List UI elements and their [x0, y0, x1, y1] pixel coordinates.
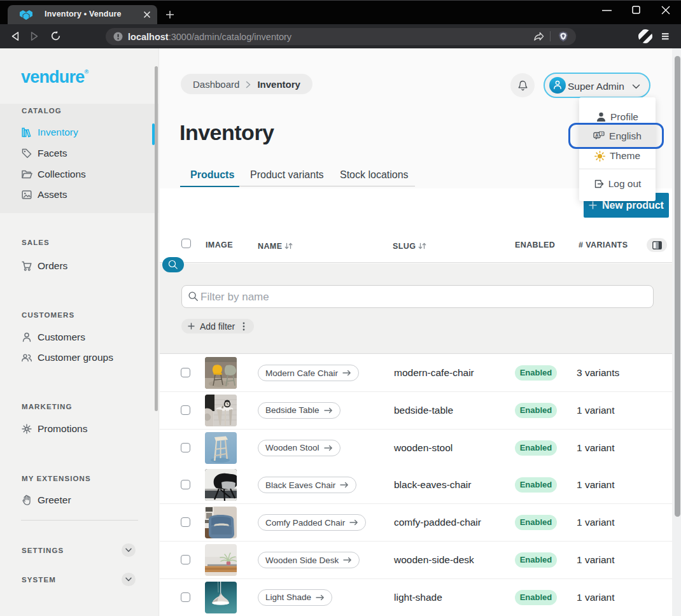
svg-text:文: 文: [600, 132, 603, 136]
svg-text:A: A: [595, 133, 598, 137]
